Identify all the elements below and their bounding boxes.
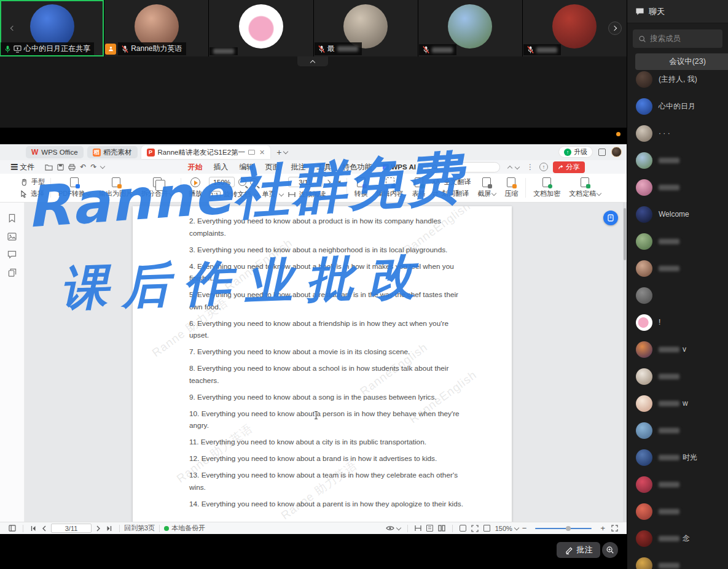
find-next-icon[interactable] — [515, 165, 520, 169]
finalize-button[interactable]: 文档定稿 — [565, 177, 605, 198]
video-tile[interactable]: 最 — [314, 0, 418, 56]
menu-page[interactable]: 页面 — [259, 162, 285, 172]
video-tile[interactable] — [418, 0, 522, 56]
document-canvas[interactable]: 2. Everything you need to know about a p… — [25, 203, 627, 522]
next-page-button[interactable] — [96, 525, 101, 532]
one-to-one-button[interactable]: 1:1 — [209, 191, 221, 198]
member-row[interactable] — [627, 174, 728, 201]
more-chevron-icon[interactable] — [100, 164, 105, 169]
zoom-chevron-icon[interactable] — [514, 525, 519, 530]
first-page-button[interactable] — [30, 525, 36, 532]
edit-content-button[interactable]: 编辑内容 — [372, 177, 408, 198]
video-tile[interactable] — [209, 0, 313, 56]
menu-insert[interactable]: 插入 — [208, 162, 233, 172]
annotate-button[interactable]: 批注 — [557, 542, 600, 558]
zoom-minus-button[interactable]: − — [522, 524, 527, 533]
eye-chevron-icon[interactable] — [396, 525, 401, 530]
upgrade-button[interactable]: ↑ 升级 — [558, 146, 593, 158]
strip-prev-button[interactable] — [5, 21, 18, 35]
back-to-page-button[interactable]: 回到第3页 — [124, 524, 155, 533]
fit-width-icon[interactable] — [460, 525, 466, 532]
close-tab-icon[interactable]: ✕ — [259, 149, 265, 157]
last-page-icon[interactable]: ⇥ — [335, 178, 341, 186]
member-row[interactable]: (主持人, 我) — [627, 66, 728, 93]
member-row[interactable]: 念 — [627, 525, 728, 552]
magnifier-zoom-button[interactable] — [602, 542, 618, 558]
tab-list-chevron-icon[interactable] — [283, 149, 288, 154]
menu-home[interactable]: 开始 — [182, 162, 208, 172]
single-page-button[interactable]: 单页 — [262, 190, 276, 199]
scrollbar-thumb[interactable] — [624, 208, 626, 260]
undo-icon[interactable]: ↶ — [80, 163, 86, 171]
export-image-button[interactable]: 输出为图片 — [95, 177, 137, 198]
strip-next-button[interactable] — [608, 21, 622, 35]
member-row[interactable] — [627, 498, 728, 525]
split-merge-button[interactable]: 拆分合并 — [137, 177, 178, 198]
single-page-view-icon[interactable] — [426, 525, 433, 532]
zoom-slider-thumb[interactable] — [566, 526, 571, 531]
upload-cloud-icon[interactable]: ↑ — [539, 163, 548, 171]
continuous-view-icon[interactable] — [415, 525, 421, 532]
find-prev-icon[interactable] — [507, 166, 512, 171]
statusbar-page-box[interactable]: 3/11 — [51, 524, 92, 533]
zoom-value-box[interactable]: 150% — [209, 177, 235, 187]
video-tile[interactable]: Ranne助力英语 — [104, 0, 208, 56]
to-table-button[interactable]: 表格 — [408, 177, 430, 198]
member-row[interactable] — [627, 228, 728, 255]
local-backup-label[interactable]: 本地备份开 — [171, 524, 205, 533]
share-button[interactable]: 分享 — [553, 161, 585, 173]
menu-wps-ai[interactable]: WPS AI — [377, 163, 421, 171]
document-page[interactable]: 2. Everything you need to know about a p… — [133, 206, 512, 522]
member-row[interactable] — [627, 471, 728, 498]
translate-word-button[interactable]: ⇄划词翻译 — [432, 189, 471, 198]
next-page-icon[interactable] — [325, 179, 330, 184]
member-row[interactable]: 心中的日月 — [627, 93, 728, 120]
member-row[interactable] — [627, 363, 728, 390]
prev-page-button[interactable] — [41, 525, 46, 532]
member-row[interactable]: · · · — [627, 120, 728, 147]
print-icon[interactable] — [68, 164, 76, 171]
save-icon[interactable] — [57, 164, 64, 171]
member-row[interactable]: w — [627, 390, 728, 417]
eye-protect-icon[interactable] — [386, 525, 394, 531]
member-row[interactable] — [627, 255, 728, 282]
hand-tool-button[interactable]: 手型 — [21, 177, 45, 187]
member-search-box[interactable] — [633, 29, 722, 48]
continuous-read-button[interactable]: 连续阅读 — [288, 190, 341, 199]
screenshot-button[interactable]: 截屏 — [473, 177, 500, 198]
new-tab-button[interactable]: + — [276, 147, 281, 157]
actual-size-icon[interactable] — [483, 525, 490, 532]
last-page-button[interactable] — [106, 525, 112, 532]
play-button[interactable]: 播放 — [184, 177, 206, 198]
member-row[interactable] — [627, 282, 728, 309]
rotate-doc-button[interactable]: 旋转文档 — [224, 190, 251, 199]
fullscreen-icon[interactable] — [611, 525, 618, 532]
sidebar-toggle-icon[interactable] — [9, 525, 16, 532]
command-search-box[interactable] — [428, 162, 500, 172]
encrypt-button[interactable]: 文档加密 — [529, 177, 565, 198]
zoom-in-icon[interactable]: + — [250, 178, 258, 186]
more-menu-icon[interactable]: ⋮ — [521, 163, 539, 171]
redo-icon[interactable]: ↷ — [90, 163, 96, 171]
open-folder-icon[interactable] — [45, 164, 53, 171]
bookmark-icon[interactable] — [8, 214, 16, 223]
search-input[interactable] — [650, 34, 717, 43]
member-row[interactable] — [627, 552, 728, 569]
menu-features[interactable]: 特色功能 — [337, 162, 377, 172]
member-row[interactable]: v — [627, 336, 728, 363]
pdf-convert-button[interactable]: PDF转换 — [54, 177, 95, 198]
compress-button[interactable]: 压缩 — [500, 177, 522, 198]
window-restore-icon[interactable] — [598, 149, 606, 156]
account-avatar[interactable] — [611, 147, 622, 157]
translate-full-button[interactable]: 🗚全文翻译 — [432, 177, 471, 187]
mobile-doc-floating-button[interactable] — [603, 211, 618, 225]
pages-copy-icon[interactable] — [8, 268, 17, 277]
member-row[interactable] — [627, 417, 728, 444]
menu-edit[interactable]: 编辑 — [233, 162, 259, 172]
tab-document-active[interactable]: P Ranne精讲老友记S1E2第一 ✕ — [141, 145, 271, 159]
double-page-view-icon[interactable] — [438, 525, 445, 532]
fit-page-icon[interactable] — [471, 525, 479, 532]
menu-file[interactable]: ☰ 文件 — [5, 162, 40, 172]
ribbon-page-box[interactable]: 3/11 — [288, 177, 323, 187]
member-row[interactable] — [627, 147, 728, 174]
